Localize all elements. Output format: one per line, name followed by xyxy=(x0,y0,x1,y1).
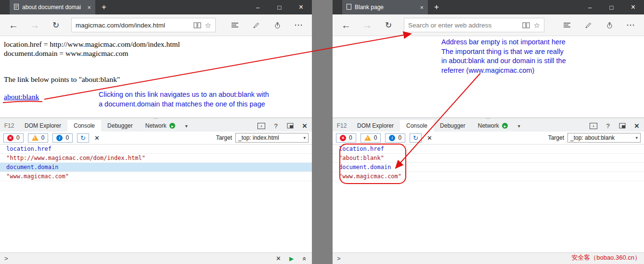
back-button[interactable]: ← xyxy=(3,20,24,31)
target-group: Target _top: about:blank ▾ xyxy=(548,133,641,143)
window-close-button[interactable]: × xyxy=(622,0,644,14)
error-count: 0 xyxy=(16,134,20,141)
tab-network-label: Network xyxy=(478,122,499,129)
web-note-pen-icon[interactable] xyxy=(245,20,267,30)
console-row[interactable]: location.href xyxy=(333,145,644,154)
open-console-popout-icon[interactable]: › xyxy=(254,123,269,129)
warning-filter-button[interactable]: ! 0 xyxy=(361,133,381,143)
tab-console[interactable]: Console xyxy=(67,120,101,132)
page-favicon-icon xyxy=(14,4,19,11)
minimize-button[interactable]: – xyxy=(247,0,269,14)
console-prompt-icon[interactable]: > xyxy=(337,255,341,262)
console-input-bar: > ✕ ▶ » xyxy=(0,252,312,264)
console-prompt-icon[interactable]: > xyxy=(4,255,8,262)
forward-button[interactable]: → xyxy=(357,20,378,31)
address-bar[interactable]: magicmac.com/dom/index.html ☆ xyxy=(71,18,216,32)
tab-blank-page[interactable]: Blank page × xyxy=(342,0,428,14)
target-label: Target xyxy=(216,134,232,141)
console-empty-area xyxy=(0,181,312,252)
undock-icon[interactable] xyxy=(615,123,630,129)
target-dropdown[interactable]: _top: index.html ▾ xyxy=(235,133,309,143)
favorite-star-icon[interactable]: ☆ xyxy=(534,22,540,29)
error-filter-button[interactable]: ✕ 0 xyxy=(3,133,24,143)
more-options-icon[interactable]: ⋯ xyxy=(620,20,641,30)
clear-console-icon[interactable]: ✕ xyxy=(94,134,100,142)
share-icon[interactable] xyxy=(599,20,620,30)
address-placeholder: Search or enter web address xyxy=(408,22,518,29)
info-filter-button[interactable]: i 0 xyxy=(52,133,73,143)
about-blank-link[interactable]: about:blank xyxy=(4,92,39,101)
refresh-button[interactable]: ↻ xyxy=(45,20,66,30)
target-dropdown[interactable]: _top: about:blank ▾ xyxy=(567,133,641,143)
console-output: location.href "about:blank" document.dom… xyxy=(333,145,644,181)
tab-console[interactable]: Console xyxy=(400,120,434,132)
error-filter-button[interactable]: ✕ 0 xyxy=(336,133,356,143)
window-close-button[interactable]: × xyxy=(290,0,312,14)
devtools-close-icon[interactable]: ✕ xyxy=(297,122,312,130)
tab-debugger[interactable]: Debugger xyxy=(101,120,139,132)
console-row-selected[interactable]: document.domain xyxy=(0,163,312,172)
maximize-button[interactable]: □ xyxy=(601,0,622,14)
tab-dom-explorer[interactable]: DOM Explorer xyxy=(351,120,400,132)
tab-network[interactable]: Network ▶ xyxy=(472,120,514,132)
forward-button[interactable]: → xyxy=(24,20,45,31)
browser-window-right: Blank page × + – □ × ← → ↻ Search or ent… xyxy=(333,0,644,264)
favorite-star-icon[interactable]: ☆ xyxy=(205,22,211,29)
run-script-icon[interactable]: ▶ xyxy=(289,255,294,262)
back-button[interactable]: ← xyxy=(335,20,357,31)
page-favicon-icon xyxy=(347,4,351,11)
maximize-button[interactable]: □ xyxy=(269,0,290,14)
network-record-icon: ▶ xyxy=(169,123,175,129)
hub-icon[interactable] xyxy=(224,20,245,30)
more-tabs-chevron-icon[interactable]: ▾ xyxy=(181,120,192,132)
tab-debugger[interactable]: Debugger xyxy=(434,120,472,132)
devtools-window-icons: › ? ✕ xyxy=(254,120,312,132)
undock-icon[interactable] xyxy=(283,123,297,129)
clear-console-icon[interactable]: ✕ xyxy=(427,134,432,142)
devtools-close-icon[interactable]: ✕ xyxy=(630,122,644,130)
reading-view-icon[interactable] xyxy=(193,22,201,28)
open-console-popout-icon[interactable]: › xyxy=(586,123,601,129)
address-url: magicmac.com/dom/index.html xyxy=(76,22,190,29)
target-value: _top: about:blank xyxy=(570,134,615,141)
console-row[interactable]: "about:blank" xyxy=(333,154,644,163)
tab-close-icon[interactable]: × xyxy=(420,4,424,11)
expand-input-icon[interactable]: » xyxy=(300,257,308,261)
devtools-help-icon[interactable]: ? xyxy=(601,122,615,130)
tab-bar: about document domai × + – □ × xyxy=(0,0,312,14)
error-count: 0 xyxy=(349,134,352,141)
clear-on-navigate-button[interactable]: ↻ xyxy=(77,133,89,143)
console-row[interactable]: document.domain xyxy=(333,163,644,172)
new-tab-button[interactable]: + xyxy=(95,0,113,14)
warning-filter-button[interactable]: ! 0 xyxy=(28,133,49,143)
console-row[interactable]: location.href xyxy=(0,145,312,154)
clear-on-navigate-button[interactable]: ↻ xyxy=(410,133,422,143)
hub-icon[interactable] xyxy=(556,20,578,30)
web-note-pen-icon[interactable] xyxy=(578,20,599,30)
address-bar[interactable]: Search or enter web address ☆ xyxy=(404,18,544,32)
console-row[interactable]: "www.magicmac.com" xyxy=(0,172,312,181)
tab-dom-explorer[interactable]: DOM Explorer xyxy=(18,120,67,132)
info-count: 0 xyxy=(65,134,69,141)
tab-close-icon[interactable]: × xyxy=(87,4,91,11)
tab-network[interactable]: Network ▶ xyxy=(139,120,181,132)
warning-icon: ! xyxy=(32,135,39,141)
network-record-icon: ▶ xyxy=(502,123,508,129)
info-filter-button[interactable]: i 0 xyxy=(385,133,405,143)
watermark-text: 安全客（bobao.360.cn） xyxy=(571,253,641,262)
console-row[interactable]: "www.magicmac.com" xyxy=(333,172,644,181)
minimize-button[interactable]: – xyxy=(579,0,601,14)
blue-annotation-left: Clicking on this link navigates us to an… xyxy=(99,90,269,109)
share-icon[interactable] xyxy=(267,20,288,30)
more-tabs-chevron-icon[interactable]: ▾ xyxy=(514,120,524,132)
tab-about-document-domain[interactable]: about document domai × xyxy=(10,0,95,14)
new-tab-button[interactable]: + xyxy=(428,0,445,14)
window-controls: – □ × xyxy=(579,0,644,14)
devtools-help-icon[interactable]: ? xyxy=(269,122,283,130)
more-options-icon[interactable]: ⋯ xyxy=(288,20,309,30)
refresh-button[interactable]: ↻ xyxy=(378,20,399,30)
clear-input-icon[interactable]: ✕ xyxy=(276,255,281,262)
f12-label: F12 xyxy=(0,120,18,132)
console-row[interactable]: "http://www.magicmac.com/dom/index.html" xyxy=(0,154,312,163)
reading-view-icon[interactable] xyxy=(522,22,530,28)
